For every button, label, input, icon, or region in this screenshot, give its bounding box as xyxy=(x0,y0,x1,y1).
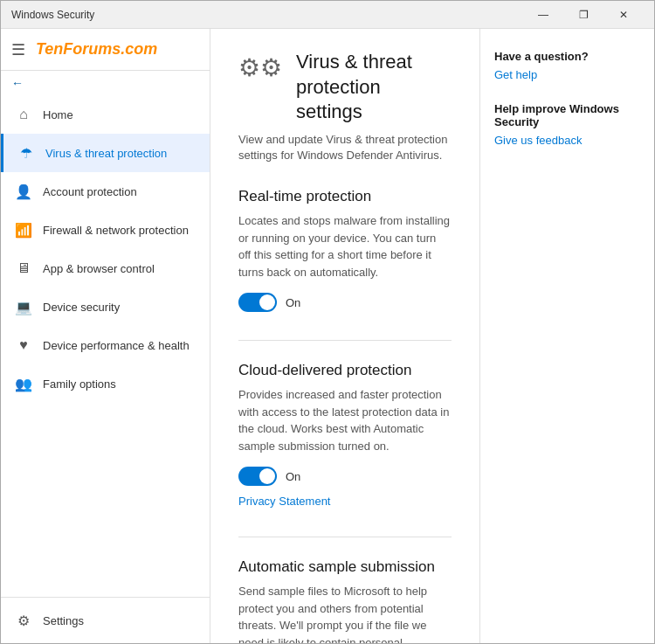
hamburger-icon[interactable]: ☰ xyxy=(11,40,25,59)
realtime-toggle-label: On xyxy=(286,296,300,309)
sidebar-item-device-perf[interactable]: ♥ Device performance & health xyxy=(1,326,210,364)
cloud-toggle[interactable] xyxy=(238,467,277,486)
titlebar: Windows Security — ❐ ✕ xyxy=(1,1,654,29)
page-title: Virus & threat protection settings xyxy=(296,50,452,125)
account-icon: 👤 xyxy=(15,183,32,200)
cloud-toggle-row: On xyxy=(238,467,452,486)
sidebar-item-label-app: App & browser control xyxy=(43,262,155,275)
cloud-privacy-link[interactable]: Privacy Statement xyxy=(238,495,331,508)
sidebar-item-label-settings: Settings xyxy=(43,614,84,627)
sidebar-item-virus[interactable]: ☂ Virus & threat protection xyxy=(1,134,210,172)
page-settings-icon: ⚙︎⚙︎ xyxy=(238,53,282,82)
cloud-desc: Provides increased and faster protection… xyxy=(238,386,452,454)
titlebar-controls: — ❐ ✕ xyxy=(523,1,644,29)
realtime-title: Real-time protection xyxy=(238,188,452,205)
realtime-toggle-knob xyxy=(259,294,275,310)
firewall-icon: 📶 xyxy=(15,221,32,239)
realtime-section: Real-time protection Locates and stops m… xyxy=(238,188,452,312)
sidebar-item-home[interactable]: ⌂ Home xyxy=(1,95,210,134)
home-icon: ⌂ xyxy=(15,106,32,123)
sidebar-item-account[interactable]: 👤 Account protection xyxy=(1,172,210,211)
app-browser-icon: 🖥 xyxy=(15,260,32,277)
sidebar-item-label-family: Family options xyxy=(43,377,116,391)
sidebar-item-label-device-perf: Device performance & health xyxy=(43,339,190,352)
get-help-link[interactable]: Get help xyxy=(494,68,640,81)
page-subtitle: View and update Virus & threat protectio… xyxy=(238,132,452,163)
main-window: Windows Security — ❐ ✕ ☰ TenForums.com ←… xyxy=(0,0,655,644)
close-button[interactable]: ✕ xyxy=(603,1,644,29)
right-help-title: Have a question? xyxy=(494,50,640,63)
family-icon: 👥 xyxy=(15,375,32,392)
right-section-help: Have a question? Get help xyxy=(494,50,640,81)
sidebar-item-device-security[interactable]: 💻 Device security xyxy=(1,287,210,326)
sidebar-item-settings[interactable]: ⚙ Settings xyxy=(1,601,210,640)
sample-title: Automatic sample submission xyxy=(238,558,452,576)
realtime-toggle-row: On xyxy=(238,293,452,312)
cloud-toggle-knob xyxy=(259,468,275,484)
right-feedback-title: Help improve Windows Security xyxy=(494,102,640,128)
sidebar-item-firewall[interactable]: 📶 Firewall & network protection xyxy=(1,211,210,249)
divider-1 xyxy=(238,340,452,341)
minimize-button[interactable]: — xyxy=(523,1,563,29)
sample-section: Automatic sample submission Send sample … xyxy=(238,558,452,643)
sidebar-item-label-account: Account protection xyxy=(43,185,137,198)
content-area: ☰ TenForums.com ← ⌂ Home ☂ Virus & threa… xyxy=(1,29,654,643)
page-header: ⚙︎⚙︎ Virus & threat protection settings xyxy=(238,50,452,125)
right-panel: Have a question? Get help Help improve W… xyxy=(479,29,654,643)
sidebar-bottom: ⚙ Settings xyxy=(1,597,210,643)
cloud-toggle-label: On xyxy=(286,470,300,483)
sidebar-item-app-browser[interactable]: 🖥 App & browser control xyxy=(1,249,210,287)
maximize-button[interactable]: ❐ xyxy=(563,1,603,29)
realtime-toggle[interactable] xyxy=(238,293,277,312)
device-security-icon: 💻 xyxy=(15,298,32,315)
brand-label: TenForums.com xyxy=(36,40,157,59)
sample-desc: Send sample files to Microsoft to help p… xyxy=(238,583,452,643)
window-title: Windows Security xyxy=(11,9,523,21)
right-section-feedback: Help improve Windows Security Give us fe… xyxy=(494,102,640,147)
sidebar-item-label-firewall: Firewall & network protection xyxy=(43,224,189,237)
sidebar-item-label-virus: Virus & threat protection xyxy=(45,147,167,160)
settings-icon: ⚙ xyxy=(15,612,32,629)
main-content: ⚙︎⚙︎ Virus & threat protection settings … xyxy=(210,29,479,643)
back-button[interactable]: ← xyxy=(1,71,210,95)
device-perf-icon: ♥ xyxy=(15,336,32,354)
sidebar-item-label-device-security: Device security xyxy=(43,301,120,314)
back-arrow-icon: ← xyxy=(11,76,24,90)
sidebar-header: ☰ TenForums.com xyxy=(1,29,210,71)
realtime-desc: Locates and stops malware from installin… xyxy=(238,212,452,280)
virus-shield-icon: ☂ xyxy=(17,144,35,162)
divider-2 xyxy=(238,537,452,537)
give-feedback-link[interactable]: Give us feedback xyxy=(494,134,640,147)
cloud-title: Cloud-delivered protection xyxy=(238,362,452,379)
cloud-section: Cloud-delivered protection Provides incr… xyxy=(238,362,452,509)
sidebar: ☰ TenForums.com ← ⌂ Home ☂ Virus & threa… xyxy=(1,29,210,643)
sidebar-item-family[interactable]: 👥 Family options xyxy=(1,364,210,403)
sidebar-item-label-home: Home xyxy=(43,108,73,121)
